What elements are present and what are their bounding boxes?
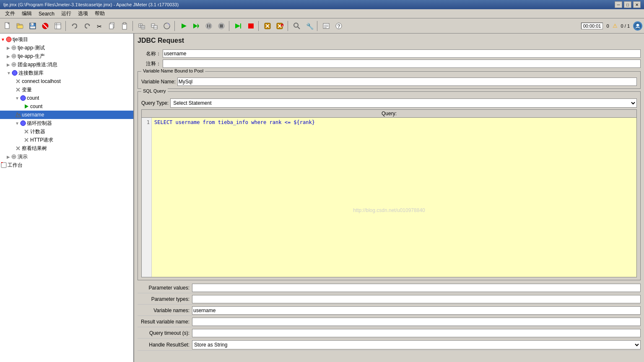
toolbar-pause[interactable] (203, 20, 215, 32)
toolbar-redo[interactable] (81, 20, 93, 32)
menu-options[interactable]: 选项 (75, 9, 91, 18)
toolbar-remote-stop[interactable] (245, 20, 257, 32)
toolbar-help[interactable]: ? (333, 20, 345, 32)
tree-label-view-result: 察看结果树 (22, 145, 47, 152)
param-types-input[interactable] (192, 295, 641, 303)
status-progress: 0 / 1 (621, 23, 630, 28)
minimize-button[interactable]: ─ (615, 1, 622, 8)
tree-item-view-result[interactable]: 察看结果树 (0, 144, 133, 153)
param-types-row: Parameter types: (138, 294, 641, 305)
menu-help[interactable]: 帮助 (91, 9, 108, 18)
menu-search[interactable]: Search (35, 9, 58, 18)
svg-marker-14 (72, 25, 73, 26)
query-timeout-row: Query timeout (s): (138, 328, 641, 339)
toolbar-sep-4 (229, 21, 231, 31)
toolbar-save[interactable] (27, 20, 39, 32)
tree-label-tje-app-test: tje-app-测试 (18, 44, 45, 52)
query-textarea[interactable]: SELECT username from tieba_info where ra… (152, 118, 636, 277)
svg-rect-20 (123, 23, 126, 24)
tree-item-http-req[interactable]: HTTP请求 (0, 136, 133, 144)
tree-item-variables[interactable]: 变量 (0, 85, 133, 94)
svg-point-62 (636, 24, 639, 26)
tree-label-count-child: count (30, 103, 42, 109)
tree-item-workspace[interactable]: 工作台 (0, 161, 133, 169)
toolbar-remote-start[interactable] (232, 20, 244, 32)
query-type-select[interactable]: Select Statement Update Statement Callab… (170, 98, 637, 108)
tree-item-count-child[interactable]: count (0, 102, 133, 111)
toolbar-expand[interactable] (136, 20, 148, 32)
toolbar-search[interactable] (291, 20, 303, 32)
tree-panel: ▼ tje项目 ▶ tje-app-测试 ▶ tje-app-生产 ▶ 团金ap… (0, 34, 134, 362)
variable-name-input[interactable] (177, 78, 637, 86)
toolbar-sep-3 (174, 21, 176, 31)
svg-text:?: ? (337, 23, 340, 29)
tree-item-count[interactable]: ▼ count (0, 94, 133, 102)
variable-names-input[interactable] (192, 306, 641, 315)
toolbar-stop-run[interactable] (216, 20, 227, 32)
toolbar-start[interactable] (178, 20, 190, 32)
comment-input[interactable] (163, 59, 641, 68)
svg-text:✂: ✂ (97, 23, 102, 30)
toolbar-profile[interactable] (633, 21, 642, 31)
tree-label-demo: 演示 (18, 153, 28, 160)
variable-names-row: Variable names: (138, 305, 641, 316)
bottom-form: Parameter values: Parameter types: Varia… (138, 283, 641, 351)
svg-rect-8 (30, 26, 35, 28)
svg-marker-15 (88, 25, 90, 26)
tree-item-demo[interactable]: ▶ 演示 (0, 153, 133, 161)
param-values-label: Parameter values: (138, 285, 192, 291)
tree-item-connect-db[interactable]: ▼ 连接数据库 (0, 69, 133, 77)
tree-item-loop-ctrl[interactable]: ▼ 循环控制器 (0, 119, 133, 127)
toolbar-undo[interactable] (69, 20, 80, 32)
menu-bar: 文件 编辑 Search 运行 选项 帮助 (0, 9, 644, 18)
tree-label-counter: 计数器 (30, 128, 45, 135)
tree-item-tje-app-prod[interactable]: ▶ tje-app-生产 (0, 52, 133, 60)
query-type-select-wrapper: Select Statement Update Statement Callab… (170, 98, 637, 108)
toolbar-collapse[interactable] (148, 20, 160, 32)
menu-file[interactable]: 文件 (2, 9, 18, 18)
toolbar-cut[interactable]: ✂ (94, 20, 106, 32)
tree-item-tje-app-test[interactable]: ▶ tje-app-测试 (0, 44, 133, 52)
close-button[interactable]: ✕ (633, 1, 641, 8)
tree-item-connect-localhost[interactable]: connect localhost (0, 77, 133, 85)
toolbar-paste[interactable] (119, 20, 131, 32)
toolbar-start-no-pause[interactable] (190, 20, 202, 32)
handle-resultset-select[interactable]: Store as String Store as Object Count Re… (192, 340, 641, 349)
name-input[interactable] (163, 49, 641, 58)
menu-edit[interactable]: 编辑 (18, 9, 35, 18)
tree-item-tje-project[interactable]: ▼ tje项目 (0, 35, 133, 44)
query-timeout-input[interactable] (192, 329, 641, 337)
toolbar-toggle[interactable] (161, 20, 173, 32)
main-layout: ▼ tje项目 ▶ tje-app-测试 ▶ tje-app-生产 ▶ 团金ap… (0, 34, 644, 362)
tree-item-group-app[interactable]: ▶ 团金app推送:消息 (0, 60, 133, 69)
query-header: Query: (142, 110, 636, 118)
param-values-input[interactable] (192, 284, 641, 292)
result-var-input[interactable] (192, 318, 641, 326)
toolbar-settings[interactable]: 🔧 (304, 20, 315, 32)
sql-legend: SQL Query (141, 88, 168, 93)
handle-resultset-label: Handle ResultSet: (138, 342, 192, 348)
toolbar-clear-all[interactable]: X (274, 20, 286, 32)
toolbar-list[interactable] (320, 20, 332, 32)
toolbar-templates[interactable] (52, 20, 64, 32)
status-time: 00:00:01 (581, 23, 603, 29)
title-bar-controls[interactable]: ─ □ ✕ (615, 1, 641, 8)
toolbar-open[interactable] (14, 20, 26, 32)
warn-count: 0 (606, 23, 609, 28)
maximize-button[interactable]: □ (624, 1, 631, 8)
toolbar-new[interactable] (2, 20, 13, 32)
query-type-label: Query Type: (141, 100, 169, 106)
comment-label: 注释： (138, 60, 163, 67)
toolbar-copy[interactable] (106, 20, 118, 32)
tree-item-counter[interactable]: 计数器 (0, 127, 133, 136)
toolbar-clear[interactable] (262, 20, 273, 32)
menu-run[interactable]: 运行 (58, 9, 75, 18)
svg-rect-36 (207, 24, 208, 28)
result-var-row: Result variable name: (138, 317, 641, 327)
toolbar-stop[interactable] (39, 20, 51, 32)
tree-item-username[interactable]: username (0, 111, 133, 119)
title-text: tje.jmx (G:\Program Files\Jmeter-3.1\tes… (3, 2, 179, 7)
svg-point-35 (206, 23, 212, 29)
svg-marker-76 (25, 104, 29, 109)
param-types-label: Parameter types: (138, 296, 192, 302)
